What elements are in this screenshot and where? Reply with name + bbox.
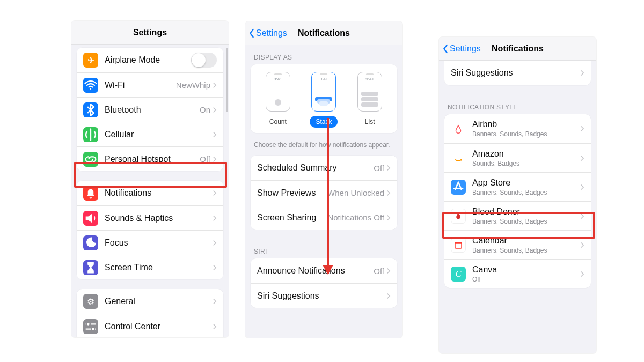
row-show-previews[interactable]: Show Previews When Unlocked xyxy=(251,180,397,205)
stack-preview-icon: 9:41 xyxy=(311,72,336,112)
calendar-label: Calendar xyxy=(472,236,547,246)
row-hotspot[interactable]: Personal Hotspot Off xyxy=(77,146,223,171)
row-scheduled-summary[interactable]: Scheduled Summary Off xyxy=(251,156,397,180)
display-caption: Choose the default for how notifications… xyxy=(245,136,402,156)
amazon-icon xyxy=(451,151,466,166)
row-screen-time[interactable]: Screen Time xyxy=(77,255,223,279)
sounds-label: Sounds & Haptics xyxy=(105,213,213,223)
chevron-right-icon xyxy=(386,293,391,299)
display-as-header: Display As xyxy=(245,45,402,64)
display-option-stack[interactable]: 9:41 Stack xyxy=(303,72,344,128)
show-previews-value: When Unlocked xyxy=(327,188,384,197)
row-airplane-mode[interactable]: ✈ Airplane Mode xyxy=(77,48,223,72)
apps-list: Airbnb Banners, Sounds, Badges Amazon So… xyxy=(444,114,591,288)
back-to-settings-2[interactable]: Settings xyxy=(442,37,481,61)
preview-time: 9:41 xyxy=(312,77,335,82)
preview-time: 9:41 xyxy=(266,77,290,82)
row-screen-sharing[interactable]: Screen Sharing Notifications Off xyxy=(251,205,397,230)
wifi-icon xyxy=(83,78,98,93)
bluetooth-icon xyxy=(83,102,98,117)
chevron-right-icon xyxy=(580,155,584,161)
row-wifi[interactable]: Wi-Fi NewWhip xyxy=(77,72,223,97)
chevron-left-icon xyxy=(248,28,255,38)
chevron-right-icon xyxy=(580,271,584,277)
show-previews-label: Show Previews xyxy=(257,188,327,198)
chevron-right-icon xyxy=(213,298,217,305)
chevron-right-icon xyxy=(213,131,217,138)
scheduled-summary-value: Off xyxy=(374,164,384,173)
canva-icon: C xyxy=(451,267,466,282)
app-store-sub: Banners, Sounds, Badges xyxy=(472,189,547,196)
screen-time-label: Screen Time xyxy=(105,263,213,272)
announce-value: Off xyxy=(374,267,384,276)
chevron-right-icon xyxy=(580,213,584,219)
app-row-app-store[interactable]: App Store Banners, Sounds, Badges xyxy=(444,172,591,201)
chevron-right-icon xyxy=(386,190,391,196)
bluetooth-label: Bluetooth xyxy=(105,105,200,115)
airplane-icon: ✈ xyxy=(83,53,98,68)
airplane-mode-label: Airplane Mode xyxy=(105,55,191,65)
link-icon xyxy=(83,152,98,167)
notification-style-header: Notification Style xyxy=(439,95,596,114)
screen-sharing-label: Screen Sharing xyxy=(257,213,327,223)
airplane-mode-toggle[interactable] xyxy=(191,53,217,68)
back-label: Settings xyxy=(256,28,287,38)
notification-settings-list: Scheduled Summary Off Show Previews When… xyxy=(251,156,397,230)
row-siri-suggestions[interactable]: Siri Suggestions xyxy=(251,283,397,308)
blood-donor-sub: Banners, Sounds, Badges xyxy=(472,218,547,225)
settings-navbar: Settings xyxy=(71,21,229,45)
hotspot-value: Off xyxy=(200,154,210,164)
count-preview-icon: 9:41 xyxy=(266,72,290,112)
app-row-calendar[interactable]: Calendar Banners, Sounds, Badges xyxy=(444,230,591,259)
siri-suggestions-label: Siri Suggestions xyxy=(257,291,386,301)
scroll-indicator[interactable] xyxy=(226,48,228,112)
screen-sharing-value: Notifications Off xyxy=(327,213,384,222)
calendar-sub: Banners, Sounds, Badges xyxy=(472,247,547,254)
chevron-right-icon xyxy=(213,240,217,246)
settings-body: ✈ Airplane Mode Wi-Fi NewWhip Bl xyxy=(71,45,229,337)
general-label: General xyxy=(105,297,213,306)
settings-group-notifications: Notifications Sounds & Haptics Focus xyxy=(77,181,223,279)
speaker-icon xyxy=(83,211,98,226)
row-cellular[interactable]: Cellular xyxy=(77,122,223,146)
cellular-label: Cellular xyxy=(105,130,213,139)
list-preview-icon: 9:41 xyxy=(357,72,382,112)
antenna-icon xyxy=(83,127,98,142)
chevron-right-icon xyxy=(213,323,217,330)
chevron-right-icon xyxy=(213,264,217,271)
row-sounds[interactable]: Sounds & Haptics xyxy=(77,205,223,230)
calendar-icon xyxy=(451,238,466,253)
settings-title: Settings xyxy=(133,28,167,38)
svg-point-1 xyxy=(92,328,94,330)
list-label: List xyxy=(356,116,384,128)
sliders-icon xyxy=(83,319,98,334)
display-option-list[interactable]: 9:41 List xyxy=(349,72,390,128)
chevron-right-icon xyxy=(213,190,217,196)
settings-screen: Settings ✈ Airplane Mode Wi-Fi NewWhip xyxy=(71,21,229,337)
notifications-navbar: Settings Notifications xyxy=(245,21,402,45)
settings-group-general: ⚙ General Control Center AA Display & Br… xyxy=(77,289,223,337)
appstore-icon xyxy=(451,180,466,195)
app-row-blood-donor[interactable]: Blood Donor Banners, Sounds, Badges xyxy=(444,201,591,230)
svg-point-0 xyxy=(87,323,90,326)
notification-style-screen: Settings Notifications Siri Suggestions … xyxy=(439,37,596,353)
row-notifications[interactable]: Notifications xyxy=(77,181,223,205)
airbnb-icon xyxy=(451,121,466,136)
top-residual-list: Siri Suggestions xyxy=(444,61,591,85)
back-to-settings[interactable]: Settings xyxy=(248,21,287,45)
focus-label: Focus xyxy=(105,238,213,248)
row-siri-suggestions-top[interactable]: Siri Suggestions xyxy=(444,61,591,85)
chevron-left-icon xyxy=(442,44,449,54)
app-row-amazon[interactable]: Amazon Sounds, Badges xyxy=(444,143,591,172)
announce-label: Announce Notifications xyxy=(257,266,374,276)
row-bluetooth[interactable]: Bluetooth On xyxy=(77,97,223,122)
row-focus[interactable]: Focus xyxy=(77,230,223,255)
siri-suggestions-top-label: Siri Suggestions xyxy=(451,68,580,78)
blood-icon xyxy=(451,209,466,224)
row-control-center[interactable]: Control Center xyxy=(77,314,223,337)
row-general[interactable]: ⚙ General xyxy=(77,289,223,314)
app-row-airbnb[interactable]: Airbnb Banners, Sounds, Badges xyxy=(444,114,591,143)
app-row-canva[interactable]: C Canva Off xyxy=(444,259,591,288)
preview-time: 9:41 xyxy=(358,77,382,82)
display-option-count[interactable]: 9:41 Count xyxy=(258,72,298,128)
